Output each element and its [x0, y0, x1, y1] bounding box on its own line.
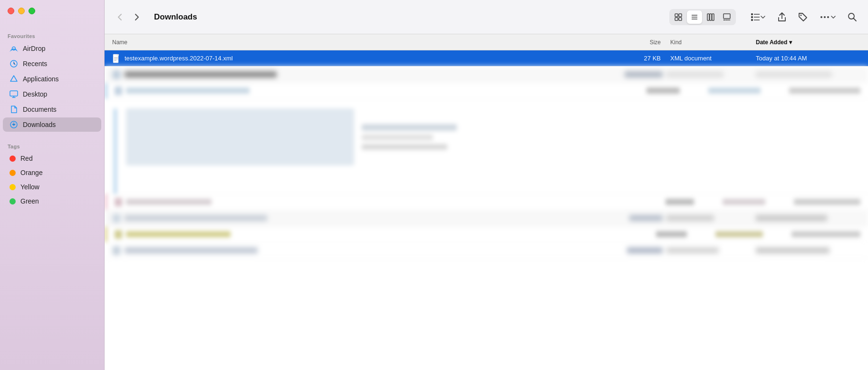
- share-button[interactable]: [774, 9, 790, 25]
- sidebar-item-documents[interactable]: Documents: [3, 102, 101, 117]
- sidebar-tag-orange-label: Orange: [20, 169, 43, 176]
- file-kind: XML document: [670, 55, 756, 62]
- sidebar-item-desktop[interactable]: Desktop: [3, 87, 101, 101]
- sidebar-item-downloads[interactable]: Downloads: [3, 117, 101, 132]
- documents-icon: [10, 105, 18, 114]
- sidebar-item-recents-label: Recents: [23, 60, 47, 68]
- tag-button[interactable]: [795, 9, 811, 25]
- close-button[interactable]: [8, 8, 14, 14]
- blurred-file-icon-2: [112, 70, 121, 79]
- sidebar-item-tag-orange[interactable]: Orange: [3, 166, 101, 179]
- svg-rect-14: [723, 14, 730, 19]
- column-name-header: Name: [112, 39, 613, 46]
- sidebar-item-documents-label: Documents: [23, 106, 57, 113]
- svg-rect-7: [679, 18, 682, 20]
- downloads-icon: [10, 120, 18, 129]
- view-toggle-group: [669, 9, 736, 25]
- desktop-icon: [10, 90, 18, 98]
- sidebar-item-tag-red[interactable]: Red: [3, 152, 101, 165]
- file-list-area[interactable]: Name Size Kind Date Added ▾: [105, 34, 868, 370]
- view-grid-button[interactable]: [671, 10, 686, 24]
- view-column-button[interactable]: [703, 10, 718, 24]
- group-by-button[interactable]: [747, 11, 769, 23]
- sidebar-item-tag-green[interactable]: Green: [3, 195, 101, 208]
- applications-icon: [10, 75, 18, 83]
- main-content: Downloads: [105, 0, 868, 370]
- column-date-label: Date Added: [756, 39, 787, 46]
- column-kind-header: Kind: [670, 39, 756, 46]
- recents-icon: [10, 59, 18, 68]
- file-size: 27 KB: [613, 55, 670, 62]
- file-date: Today at 10:44 AM: [756, 55, 860, 62]
- svg-rect-13: [712, 14, 714, 20]
- sidebar-item-applications[interactable]: Applications: [3, 72, 101, 86]
- svg-point-27: [824, 16, 826, 18]
- svg-point-28: [827, 16, 829, 18]
- svg-point-26: [820, 16, 822, 18]
- orange-tag-dot: [10, 170, 16, 176]
- sidebar-tag-red-label: Red: [20, 155, 33, 162]
- view-gallery-button[interactable]: [719, 10, 734, 24]
- favorites-section-label: Favourites: [0, 29, 104, 41]
- svg-rect-2: [10, 91, 18, 96]
- more-button[interactable]: [816, 13, 839, 21]
- column-headers: Name Size Kind Date Added ▾: [105, 34, 868, 50]
- view-list-button[interactable]: [687, 10, 702, 24]
- svg-rect-19: [751, 13, 753, 15]
- svg-rect-5: [679, 14, 682, 17]
- sidebar-item-airdrop[interactable]: AirDrop: [3, 41, 101, 56]
- svg-rect-31: [113, 54, 118, 63]
- sidebar-tag-yellow-label: Yellow: [20, 183, 39, 191]
- maximize-button[interactable]: [29, 8, 35, 14]
- green-tag-dot: [10, 198, 16, 204]
- yellow-tag-dot: [10, 184, 16, 190]
- blurred-file-icon-6: [112, 214, 121, 223]
- sidebar-item-downloads-label: Downloads: [23, 121, 56, 128]
- sidebar-item-applications-label: Applications: [23, 75, 59, 83]
- minimize-button[interactable]: [18, 8, 25, 14]
- file-name: testexample.wordpress.2022-07-14.xml: [112, 54, 613, 63]
- svg-rect-20: [751, 16, 753, 18]
- svg-rect-12: [710, 14, 712, 20]
- sidebar-tag-green-label: Green: [20, 197, 39, 205]
- blurred-file-icon-8: [112, 246, 121, 255]
- sort-indicator: ▾: [789, 39, 792, 46]
- column-date-header: Date Added ▾: [756, 39, 860, 46]
- svg-point-25: [800, 14, 802, 16]
- column-size-header: Size: [613, 39, 670, 46]
- toolbar: Downloads: [105, 0, 868, 34]
- svg-rect-16: [725, 19, 727, 20]
- svg-rect-15: [723, 19, 725, 20]
- sidebar: Favourites AirDrop Recents Applicat: [0, 0, 105, 370]
- svg-line-30: [854, 18, 857, 21]
- forward-button[interactable]: [129, 10, 145, 25]
- svg-rect-4: [675, 14, 678, 17]
- back-button[interactable]: [112, 10, 127, 25]
- svg-rect-17: [727, 19, 729, 20]
- sidebar-item-desktop-label: Desktop: [23, 90, 47, 98]
- svg-rect-21: [751, 19, 753, 21]
- sidebar-item-recents[interactable]: Recents: [3, 57, 101, 71]
- file-row[interactable]: testexample.wordpress.2022-07-14.xml 27 …: [105, 50, 868, 67]
- xml-file-icon: [112, 54, 121, 63]
- svg-rect-11: [707, 14, 709, 20]
- svg-rect-18: [729, 19, 730, 20]
- toolbar-actions: [747, 9, 860, 25]
- airdrop-icon: [10, 44, 18, 53]
- sidebar-item-airdrop-label: AirDrop: [23, 45, 45, 52]
- nav-buttons: [112, 10, 145, 25]
- sidebar-item-tag-yellow[interactable]: Yellow: [3, 180, 101, 194]
- svg-rect-6: [675, 18, 678, 20]
- red-tag-dot: [10, 156, 16, 162]
- tags-section-label: Tags: [0, 140, 104, 151]
- toolbar-title: Downloads: [154, 12, 197, 22]
- file-name-text: testexample.wordpress.2022-07-14.xml: [125, 55, 233, 62]
- search-button[interactable]: [844, 9, 860, 25]
